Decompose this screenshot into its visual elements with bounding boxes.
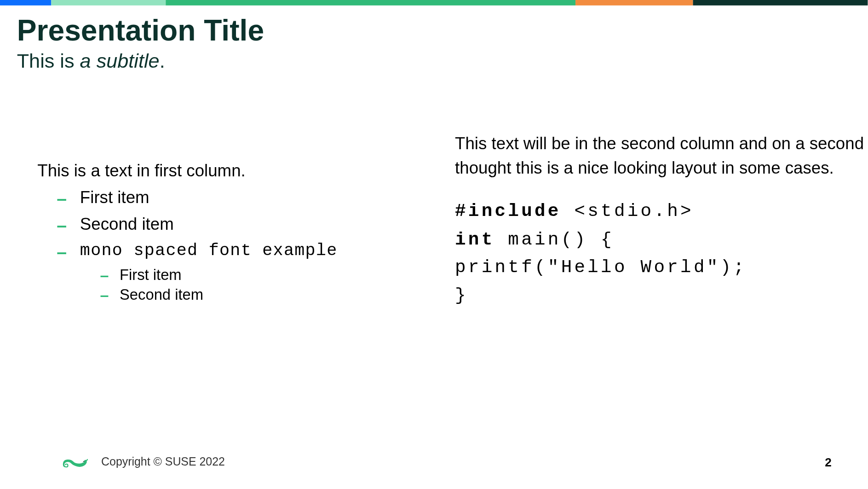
code-text: printf("Hello World"); (455, 257, 747, 278)
right-intro-text: This text will be in the second column a… (455, 132, 868, 180)
code-line: printf("Hello World"); (455, 253, 868, 281)
code-line: } (455, 281, 868, 309)
list-item: mono spaced font example (37, 239, 434, 266)
list-item-text-mono: mono spaced font example (80, 241, 338, 260)
svg-point-1 (83, 461, 84, 462)
code-keyword: int (455, 229, 494, 250)
list-item-text: Second item (80, 215, 174, 234)
bar-segment-green (166, 0, 575, 6)
subtitle-italic: a subtitle (80, 49, 160, 71)
code-block: #include <stdio.h> int main() { printf("… (455, 198, 868, 310)
bullet-list-level1: First item Second item mono spaced font … (37, 186, 434, 266)
presentation-title: Presentation Title (17, 13, 264, 47)
list-item-text: First item (80, 188, 149, 208)
bar-segment-blue (0, 0, 51, 6)
bar-segment-orange (575, 0, 693, 6)
suse-logo-icon (60, 454, 90, 471)
two-column-layout: This is a text in first column. First it… (0, 127, 868, 309)
slide: Presentation Title This is a subtitle. T… (0, 0, 868, 489)
list-item-text: First item (120, 266, 182, 284)
code-text: <stdio.h> (561, 201, 694, 221)
subtitle-prefix: This is (17, 49, 80, 71)
code-text: } (455, 285, 468, 306)
bullet-list-level2: First item Second item (37, 266, 434, 305)
page-number: 2 (825, 455, 832, 469)
code-text: main() { (495, 229, 614, 250)
code-line: #include <stdio.h> (455, 198, 868, 226)
slide-footer: Copyright © SUSE 2022 2 (0, 454, 868, 471)
bar-segment-mint (51, 0, 166, 6)
copyright-text: Copyright © SUSE 2022 (101, 455, 225, 469)
list-item: Second item (37, 212, 434, 239)
list-item: First item (37, 186, 434, 213)
list-item: Second item (37, 285, 434, 305)
right-column: This text will be in the second column a… (434, 127, 868, 309)
top-accent-bar (0, 0, 868, 6)
code-keyword: #include (455, 201, 561, 221)
subtitle-suffix: . (160, 49, 165, 71)
bar-segment-dark (693, 0, 868, 6)
left-column: This is a text in first column. First it… (0, 127, 434, 309)
code-line: int main() { (455, 226, 868, 254)
list-item: First item (37, 266, 434, 285)
presentation-subtitle: This is a subtitle. (17, 49, 165, 72)
left-intro-text: This is a text in first column. (37, 159, 434, 182)
list-item-text: Second item (120, 286, 203, 303)
